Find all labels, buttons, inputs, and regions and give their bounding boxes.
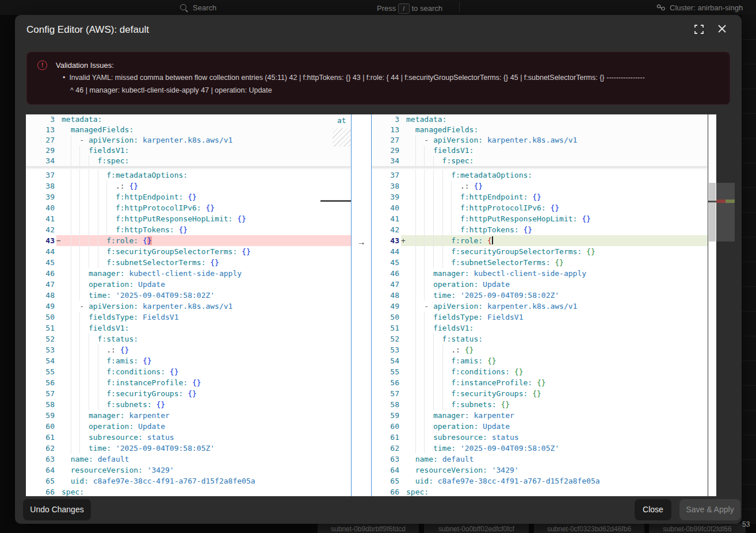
code-line-52: 52 f:status: [26, 333, 351, 344]
code-line-46: 46 manager: kubectl-client-side-apply [371, 268, 708, 279]
code-line-41: 41 f:httpPutResponseHopLimit: {} [371, 213, 708, 224]
diff-sash[interactable]: → [351, 114, 372, 496]
code-line-49: 49 - apiVersion: karpenter.k8s.aws/v1 [26, 301, 351, 312]
code-line-62: 62 time: '2025-09-04T09:58:05Z' [26, 443, 351, 454]
code-line-60: 60 operation: Update [371, 421, 708, 432]
code-line-47: 47 operation: Update [26, 279, 351, 290]
error-icon: ! [37, 60, 47, 70]
code-line-43: 43− f:role: {} [26, 235, 351, 246]
cluster-icon [656, 3, 666, 11]
code-line-49: 49 - apiVersion: karpenter.k8s.aws/v1 [371, 301, 708, 312]
code-line-61: 61 subresource: status [26, 432, 351, 443]
code-line-48: 48 time: '2025-09-04T09:58:02Z' [371, 290, 708, 301]
code-line-54: 54 f:amis: {} [371, 355, 708, 366]
code-line-52: 52 f:status: [371, 333, 708, 344]
code-line-38: 38 .: {} [371, 181, 708, 191]
code-line-39: 39 f:httpEndpoint: {} [26, 191, 351, 202]
search-shortcut-hint: Press / to search [377, 3, 442, 14]
code-line-48: 48 time: '2025-09-04T09:58:02Z' [26, 290, 351, 301]
code-line-27: 27 - apiVersion: karpenter.k8s.aws/v1 [26, 135, 351, 145]
scrollbar-diff-mark [708, 201, 716, 202]
diff-modified-pane[interactable]: 37 f:metadataOptions:38 .: {}39 f:httpEn… [371, 114, 708, 496]
code-line-3: 3metadata: [26, 114, 351, 125]
code-line-51: 51 fieldsV1: [26, 323, 351, 333]
app-sidebar [0, 0, 15, 533]
save-apply-button-disabled[interactable]: Save & Apply [679, 499, 740, 520]
code-line-45: 45 f:subnetSelectorTerms: {} [26, 257, 351, 268]
undo-changes-button[interactable]: Undo Changes [23, 499, 91, 520]
code-line-57: 57 f:securityGroups: {} [26, 388, 351, 399]
code-line-43: 43+ f:role: { [371, 235, 708, 246]
code-line-55: 55 f:conditions: {} [26, 366, 351, 377]
validation-message-line1: •Invalid YAML: missed comma between flow… [63, 74, 724, 82]
original-code: 37 f:metadataOptions:38 .: {}39 f:httpEn… [26, 166, 351, 496]
code-line-57: 57 f:securityGroups: {} [371, 388, 708, 399]
diff-original-pane[interactable]: 37 f:metadataOptions:38 .: {}39 f:httpEn… [26, 114, 351, 496]
code-line-65: 65 uid: c8afe97e-38cc-4f91-a767-d15f2a8f… [371, 476, 708, 486]
cluster-chooser[interactable]: Cluster: anirban-singh [670, 3, 756, 12]
overview-mark [320, 200, 351, 202]
diff-hatch-filler [333, 128, 351, 147]
code-line-29: 29 fieldsV1: [26, 145, 351, 156]
code-line-40: 40 f:httpProtocolIPv6: {} [26, 202, 351, 213]
code-line-37: 37 f:metadataOptions: [371, 170, 708, 181]
close-icon[interactable] [717, 24, 731, 37]
code-line-53: 53 .: {} [371, 344, 708, 355]
code-line-45: 45 f:subnetSelectorTerms: {} [371, 257, 708, 268]
code-line-51: 51 fieldsV1: [371, 323, 708, 333]
vertical-scrollbar[interactable] [708, 114, 716, 496]
code-line-44: 44 f:securityGroupSelectorTerms: {} [26, 246, 351, 257]
code-line-29: 29 fieldsV1: [371, 145, 708, 156]
code-line-34: 34 f:spec: [371, 156, 708, 166]
collapsed-region-fragment: at [337, 116, 346, 125]
modal-title: Config Editor (AWS): default [26, 24, 149, 36]
code-line-65: 65 uid: c8afe97e-38cc-4f91-a767-d15f2a8f… [26, 476, 351, 486]
code-line-41: 41 f:httpPutResponseHopLimit: {} [26, 213, 351, 224]
app-topbar: Search Press / to search Cluster: anirba… [0, 0, 756, 15]
subnet-chip: subnet-0o0bff02edfcf0fcf [424, 523, 529, 533]
code-line-64: 64 resourceVersion: '3429' [371, 465, 708, 476]
code-line-61: 61 subresource: status [371, 432, 708, 443]
code-line-63: 63 name: default [371, 454, 708, 465]
config-editor-modal: Config Editor (AWS): default ! Validatio… [15, 15, 742, 524]
fullscreen-icon[interactable] [694, 24, 708, 38]
code-line-34: 34 f:spec: [26, 156, 351, 166]
close-button[interactable]: Close [635, 499, 671, 520]
scrollbar-slider[interactable] [709, 183, 716, 241]
code-line-42: 42 f:httpTokens: {} [26, 224, 351, 235]
text-cursor [492, 236, 493, 244]
code-line-66: 66spec: [26, 486, 351, 496]
code-line-58: 58 f:subnets: {} [371, 399, 708, 410]
background-table [742, 15, 756, 524]
modified-code: 37 f:metadataOptions:38 .: {}39 f:httpEn… [371, 166, 708, 496]
code-line-37: 37 f:metadataOptions: [26, 170, 351, 181]
revert-change-arrow-icon[interactable]: → [352, 237, 371, 247]
code-line-46: 46 manager: kubectl-client-side-apply [26, 268, 351, 279]
code-line-50: 50 fieldsType: FieldsV1 [26, 312, 351, 323]
overview-ruler [716, 114, 735, 496]
slash-keycap: / [398, 3, 410, 14]
code-line-50: 50 fieldsType: FieldsV1 [371, 312, 708, 323]
code-line-62: 62 time: '2025-09-04T09:58:05Z' [371, 443, 708, 454]
code-line-56: 56 f:instanceProfile: {} [26, 377, 351, 388]
yaml-diff-editor: 37 f:metadataOptions:38 .: {}39 f:httpEn… [26, 114, 735, 496]
search-input[interactable]: Search [193, 3, 216, 12]
subnet-chip: subnet-0b9dbrbff9f6fdcd [318, 523, 419, 533]
code-line-59: 59 manager: karpenter [26, 410, 351, 421]
bullet: • [63, 74, 65, 82]
code-line-54: 54 f:amis: {} [26, 355, 351, 366]
code-line-55: 55 f:conditions: {} [371, 366, 708, 377]
original-sticky-scroll: 3metadata:13 managedFields:27 - apiVersi… [26, 114, 351, 167]
validation-title: Validation Issues: [56, 61, 114, 70]
code-line-44: 44 f:securityGroupSelectorTerms: {} [371, 246, 708, 257]
subnet-text-overflow: 53 [742, 520, 750, 528]
code-line-42: 42 f:httpTokens: {} [371, 224, 708, 235]
code-line-66: 66spec: [371, 486, 708, 496]
overview-slider[interactable] [716, 183, 735, 241]
search-icon [180, 4, 186, 10]
code-line-59: 59 manager: karpenter [371, 410, 708, 421]
validation-alert: ! Validation Issues: •Invalid YAML: miss… [26, 52, 730, 105]
code-line-3: 3metadata: [371, 114, 708, 125]
code-line-38: 38 .: {} [26, 181, 351, 191]
code-line-13: 13 managedFields: [26, 125, 351, 135]
